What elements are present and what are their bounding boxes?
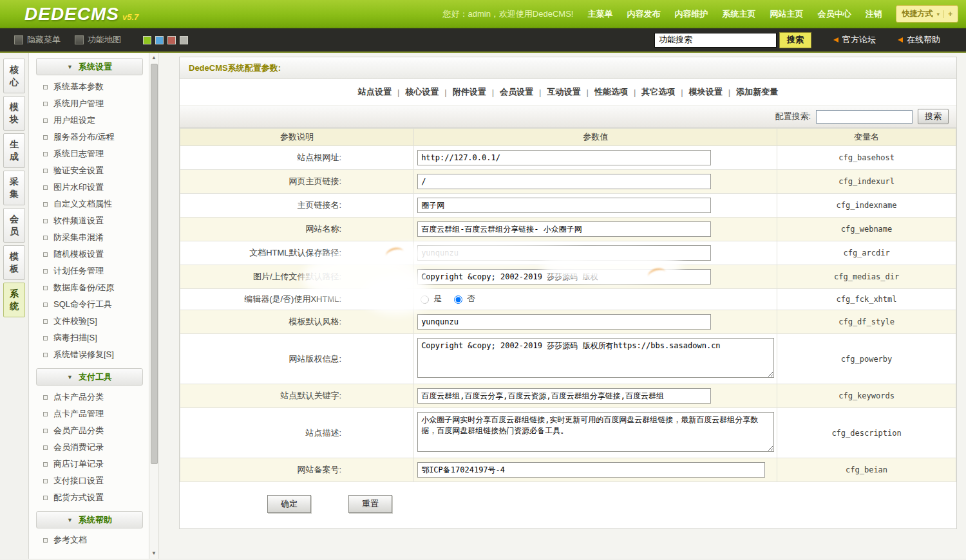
param-value-cell [414, 310, 777, 334]
config-tab-2[interactable]: 附件设置 [453, 86, 486, 98]
red-square-icon[interactable] [167, 36, 176, 44]
config-value-input[interactable] [417, 388, 711, 404]
header-menu-item-4[interactable]: 网站主页 [770, 9, 803, 19]
page-title: DedeCMS系统配置参数: [180, 57, 956, 79]
side-tab-4[interactable]: 会员 [3, 208, 25, 243]
shortcut-button[interactable]: 快捷方式 ▾ + [896, 5, 958, 23]
config-tab-4[interactable]: 互动设置 [547, 86, 581, 98]
scroll-down-icon[interactable]: ▼ [149, 549, 158, 558]
menu-item[interactable]: 图片水印设置 [29, 179, 149, 196]
menu-item[interactable]: 用户组设定 [29, 112, 149, 129]
config-value-input[interactable] [417, 174, 711, 189]
side-tab-1[interactable]: 模块 [3, 96, 25, 131]
menu-item[interactable]: 参考文档 [29, 532, 149, 548]
menu-item[interactable]: 数据库备份/还原 [29, 279, 149, 296]
menu-item[interactable]: 会员产品分类 [29, 422, 149, 439]
menu-item[interactable]: 病毒扫描[S] [29, 330, 149, 346]
menu-item[interactable]: 点卡产品分类 [29, 389, 149, 406]
config-value-input[interactable] [417, 221, 711, 237]
side-tab-3[interactable]: 采集 [3, 171, 25, 205]
menu-item[interactable]: 系统错误修复[S] [29, 346, 149, 363]
radio-input[interactable] [454, 295, 462, 304]
menu-item[interactable]: 计划任务管理 [29, 263, 149, 279]
config-value-textarea[interactable]: 小众圈子网实时分享百度云群组链接,实时更新可用的百度网盘云群组链接，最新百度云群… [417, 412, 774, 452]
config-value-input[interactable] [417, 198, 711, 213]
chevron-down-icon[interactable]: ▾ [936, 11, 940, 17]
menu-section-title: 系统帮助 [79, 514, 112, 526]
radio-input[interactable] [421, 295, 429, 304]
scrollbar-thumb[interactable] [151, 64, 158, 464]
menu-item[interactable]: SQL命令行工具 [29, 296, 149, 313]
config-value-input[interactable] [417, 462, 765, 478]
param-value-cell: 小众圈子网实时分享百度云群组链接,实时更新可用的百度网盘云群组链接，最新百度云群… [414, 408, 777, 458]
menu-item[interactable]: 系统日志管理 [29, 145, 149, 162]
ok-button[interactable]: 确定 [267, 495, 311, 513]
dedecms-admin-page: { "header": { "logo_text": "DEDECMS", "v… [0, 0, 966, 560]
menu-section-header-1[interactable]: ▼支付工具 [36, 368, 143, 386]
menu-item[interactable]: 支付接口设置 [29, 472, 149, 489]
function-map-button[interactable]: 功能地图 [75, 34, 121, 46]
menu-item[interactable]: 随机模板设置 [29, 246, 149, 263]
menu-item[interactable]: 软件频道设置 [29, 212, 149, 229]
radio-option-label: 是 [433, 293, 442, 304]
radio-option[interactable]: 是 [417, 293, 442, 304]
add-shortcut-icon[interactable]: + [948, 10, 952, 19]
side-tab-2[interactable]: 生成 [3, 133, 25, 168]
config-tab-7[interactable]: 模块设置 [689, 86, 723, 98]
side-tab-6[interactable]: 系统 [3, 283, 25, 317]
menu-item[interactable]: 防采集串混淆 [29, 229, 149, 246]
side-tab-label: 会员 [10, 213, 19, 238]
config-value-textarea[interactable]: Copyright &copy; 2002-2019 莎莎源码 版权所有http… [417, 338, 774, 378]
blue-square-icon[interactable] [155, 36, 164, 44]
menu-item-label: 计划任务管理 [53, 266, 104, 276]
config-value-input[interactable] [417, 269, 711, 285]
function-search-input[interactable] [654, 33, 777, 48]
menu-item[interactable]: 文件校验[S] [29, 313, 149, 330]
scroll-up-icon[interactable]: ▲ [149, 53, 158, 62]
menu-item[interactable]: 验证安全设置 [29, 162, 149, 179]
side-tab-0[interactable]: 核心 [3, 59, 25, 93]
config-tab-0[interactable]: 站点设置 [358, 86, 392, 98]
config-search-button[interactable]: 搜索 [918, 109, 949, 124]
config-tab-8[interactable]: 添加新变量 [736, 86, 778, 98]
menu-item[interactable]: 点卡产品管理 [29, 406, 149, 422]
config-search-input[interactable] [816, 110, 913, 124]
square-bullet-icon [43, 202, 48, 207]
config-tab-5[interactable]: 性能选项 [594, 86, 628, 98]
side-tab-5[interactable]: 模板 [3, 245, 25, 280]
menu-scrollbar[interactable]: ▲ ▼ [149, 53, 159, 559]
header-menu-item-1[interactable]: 内容发布 [627, 9, 660, 19]
menu-item[interactable]: 自定义文档属性 [29, 196, 149, 212]
header-menu-item-5[interactable]: 会员中心 [817, 9, 851, 19]
menu-section-header-2[interactable]: ▼系统帮助 [36, 511, 143, 528]
menu-item[interactable]: 系统用户管理 [29, 95, 149, 112]
menu-item[interactable]: 会员消费记录 [29, 439, 149, 456]
green-square-icon[interactable] [143, 36, 151, 44]
hide-menu-button[interactable]: 隐藏菜单 [14, 34, 61, 46]
function-search-button[interactable]: 搜索 [779, 32, 811, 48]
online-help-link[interactable]: 在线帮助 [895, 34, 940, 46]
param-label-cell: 编辑器(是/否)使用XHTML: [180, 289, 414, 310]
reset-button[interactable]: 重置 [348, 495, 392, 513]
menu-item[interactable]: 服务器分布/远程 [29, 129, 149, 145]
config-tab-6[interactable]: 其它选项 [641, 86, 675, 98]
menu-item[interactable]: 系统基本参数 [29, 79, 149, 95]
param-var-name: cfg_basehost [838, 153, 895, 162]
menu-item[interactable]: 商店订单记录 [29, 456, 149, 472]
header-menu-item-6[interactable]: 注销 [865, 9, 882, 19]
radio-option[interactable]: 否 [451, 293, 475, 304]
header-menu-item-0[interactable]: 主菜单 [587, 9, 612, 19]
config-tab-1[interactable]: 核心设置 [405, 86, 439, 98]
header-menu-item-3[interactable]: 系统主页 [722, 9, 755, 19]
official-forum-link[interactable]: 官方论坛 [831, 34, 876, 46]
param-label: 文档HTML默认保存路径: [249, 248, 341, 257]
gray-square-icon[interactable] [180, 36, 188, 44]
config-value-input[interactable] [417, 150, 711, 165]
menu-item[interactable]: 配货方式设置 [29, 489, 149, 506]
menu-section-header-0[interactable]: ▼系统设置 [36, 58, 143, 75]
header-menu-item-2[interactable]: 内容维护 [674, 9, 708, 19]
config-value-input[interactable] [417, 314, 711, 330]
forum-label: 官方论坛 [842, 34, 876, 46]
config-tab-3[interactable]: 会员设置 [500, 86, 533, 98]
config-value-input[interactable] [417, 245, 711, 261]
